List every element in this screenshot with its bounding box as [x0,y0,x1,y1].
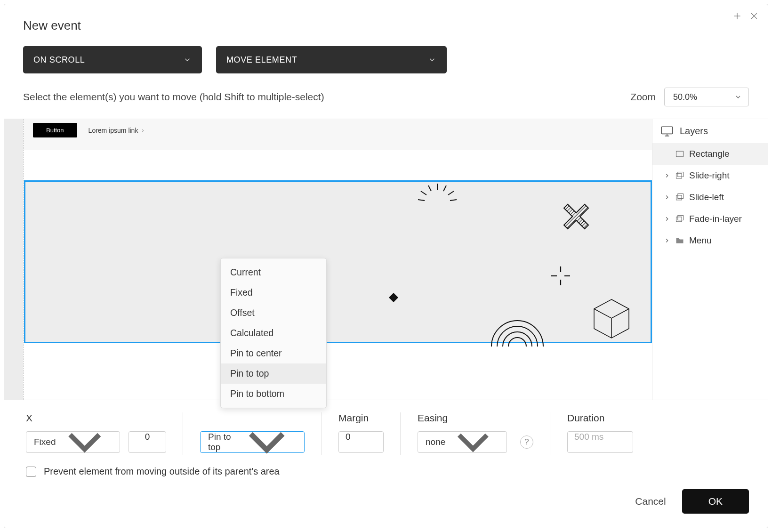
arc-shape [487,318,548,351]
y-group: Y Pin to top [183,412,322,453]
svg-line-1 [428,185,431,191]
canvas-top-strip: Button Lorem ipsum link [24,119,652,150]
y-mode-option[interactable]: Pin to top [221,363,326,384]
svg-line-3 [421,191,426,195]
zoom-label: Zoom [630,91,656,103]
chevron-right-icon [141,129,145,133]
dialog-title: New event [23,18,749,33]
x-value-input[interactable]: 0 [129,431,166,453]
y-mode-option[interactable]: Calculated [221,323,326,343]
cube-shape [590,297,633,344]
action-select[interactable]: MOVE ELEMENT [216,46,447,73]
trigger-select-label: ON SCROLL [33,55,85,65]
monitor-icon [661,126,673,137]
layer-label: Rectangle [689,149,730,159]
instruction-row: Select the element(s) you want to move (… [4,88,768,116]
layer-row[interactable]: Slide-left [652,186,768,208]
canvas-area[interactable]: Button Lorem ipsum link [4,119,652,400]
dialog-footer: Cancel OK [4,477,768,528]
x-mode-select[interactable]: Fixed [26,431,120,453]
zoom-select-value: 50.0% [673,92,697,102]
layers-panel: Layers RectangleSlide-rightSlide-leftFad… [652,119,768,400]
margin-label: Margin [338,412,384,424]
selected-rectangle[interactable] [24,180,652,343]
svg-rect-17 [678,172,684,177]
chevron-down-icon [734,93,742,101]
svg-rect-18 [676,195,682,200]
chevron-right-icon [664,237,670,244]
trigger-select[interactable]: ON SCROLL [23,46,202,73]
x-mode-value: Fixed [34,437,56,447]
layer-label: Slide-right [689,170,730,181]
y-mode-value: Pin to top [208,432,235,452]
instruction-text: Select the element(s) you want to move (… [23,91,324,103]
duration-group: Duration 500 ms [550,412,650,453]
svg-rect-12 [661,127,673,134]
chevron-right-icon [664,216,670,222]
easing-group: Easing none ? [401,412,550,453]
canvas-mini-link: Lorem ipsum link [88,123,145,134]
chevron-down-icon [445,414,501,470]
layer-row[interactable]: Menu [652,230,768,251]
target-shape [539,262,582,290]
new-event-dialog: New event ON SCROLL MOVE ELEMENT Select … [4,4,768,528]
y-mode-option[interactable]: Offset [221,303,326,323]
layer-row[interactable]: Slide-right [652,165,768,186]
svg-rect-19 [678,194,684,199]
x-group: X Fixed 0 [26,412,183,453]
easing-help-icon[interactable]: ? [520,435,533,449]
svg-line-2 [443,185,446,191]
prevent-row: Prevent element from moving outside of i… [4,460,768,477]
dialog-header: New event [4,4,768,38]
layer-row[interactable]: Fade-in-layer [652,208,768,230]
y-mode-option[interactable]: Pin to center [221,343,326,363]
svg-rect-20 [676,217,682,222]
layers-title: Layers [680,126,708,137]
chevron-down-icon [56,413,114,471]
margin-group: Margin 0 [322,412,401,453]
svg-rect-15 [676,151,684,157]
margin-input[interactable]: 0 [338,431,384,453]
zoom-control: Zoom 50.0% [630,88,749,106]
chevron-down-icon [428,56,436,64]
window-controls [732,11,759,21]
easing-value: none [426,437,445,447]
chevron-down-icon [235,410,298,474]
layer-row[interactable]: Rectangle [652,143,768,165]
diamond-shape [388,292,399,303]
layer-label: Fade-in-layer [689,214,742,224]
y-mode-option[interactable]: Fixed [221,282,326,303]
prevent-checkbox[interactable] [26,467,36,477]
chevron-down-icon [183,56,192,64]
canvas-mini-button: Button [33,123,77,137]
cross-shape [553,195,600,242]
duration-input[interactable]: 500 ms [567,431,633,453]
trigger-action-row: ON SCROLL MOVE ELEMENT [4,38,768,88]
canvas-mini-link-label: Lorem ipsum link [88,127,138,134]
easing-select[interactable]: none [418,431,507,453]
add-icon[interactable] [732,11,742,21]
chevron-right-icon [664,194,670,201]
action-select-label: MOVE ELEMENT [226,55,297,65]
layer-label: Menu [689,235,712,246]
svg-line-6 [450,200,457,201]
y-mode-option[interactable]: Pin to bottom [221,384,326,404]
duration-label: Duration [567,412,633,424]
workspace: Button Lorem ipsum link [4,119,768,400]
sunburst-shape [411,181,463,209]
zoom-select[interactable]: 50.0% [664,88,749,106]
y-mode-select[interactable]: Pin to top [200,431,305,453]
y-mode-option[interactable]: Current [221,262,326,282]
svg-rect-16 [676,174,682,178]
cancel-button[interactable]: Cancel [635,496,666,507]
move-controls: X Fixed 0 Y Pin to top Margin 0 [4,400,768,460]
ok-button[interactable]: OK [682,489,749,514]
svg-line-5 [418,200,425,201]
svg-line-4 [448,191,454,195]
layer-label: Slide-left [689,192,724,202]
y-mode-dropdown[interactable]: CurrentFixedOffsetCalculatedPin to cente… [220,258,327,408]
layers-header: Layers [652,119,768,143]
svg-rect-21 [678,216,684,220]
close-icon[interactable] [749,11,759,21]
chevron-right-icon [664,172,670,179]
